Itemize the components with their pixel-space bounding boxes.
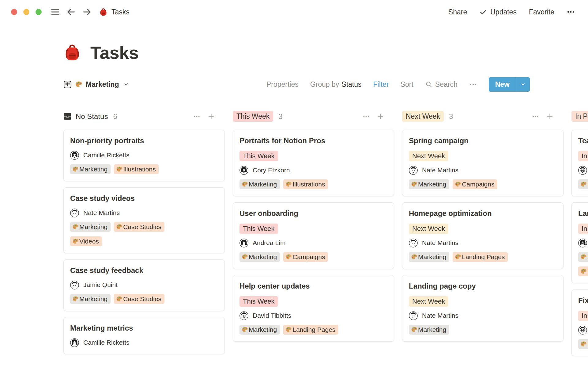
column-label: No Status: [76, 112, 108, 121]
card-tags-row: MarketingIllustrations: [239, 179, 387, 189]
task-card[interactable]: Case study feedbackJamie QuintMarketingC…: [63, 259, 225, 311]
task-card[interactable]: Non-priority portraitsCamille RickettsMa…: [63, 130, 225, 181]
add-card-icon[interactable]: [377, 113, 384, 120]
more-options-icon[interactable]: [567, 8, 575, 16]
add-card-icon[interactable]: [208, 113, 215, 120]
view-switcher[interactable]: Marketing: [63, 80, 129, 89]
group-by-value: Status: [341, 80, 361, 88]
column-header: This Week3: [233, 111, 394, 122]
new-dropdown-button[interactable]: [516, 77, 530, 92]
window-titlebar: Tasks Share Updates Favorite: [0, 0, 588, 24]
status-badge: Next Week: [409, 151, 448, 161]
card-status-row: In P: [578, 311, 588, 321]
card-tags-row: M: [578, 339, 588, 349]
assignee: Camille Ricketts: [70, 338, 218, 347]
tag: Case Studies: [114, 222, 164, 232]
tag: Marketing: [239, 325, 280, 335]
palette-icon: [580, 181, 587, 187]
task-card[interactable]: Portraits for Notion ProsThis WeekCory E…: [233, 130, 394, 196]
close-window-button[interactable]: [11, 9, 17, 15]
view-name: Marketing: [86, 80, 119, 89]
column-header: No Status6: [63, 111, 225, 122]
column-more-icon[interactable]: [363, 113, 370, 120]
tag: Marketing: [409, 252, 449, 262]
assignee-avatar: [70, 151, 79, 160]
task-card[interactable]: Landing page copyNext WeekNate MartinsMa…: [402, 275, 564, 342]
tag: Marketing: [70, 164, 111, 174]
new-button[interactable]: New: [489, 77, 530, 92]
column-title[interactable]: No Status: [63, 112, 108, 121]
status-badge: Next Week: [409, 224, 448, 234]
column-more-icon[interactable]: [532, 113, 539, 120]
column-controls: [532, 113, 564, 120]
task-card[interactable]: Homepage optimizationNext WeekNate Marti…: [402, 202, 564, 269]
tag-label: Case Studies: [123, 295, 161, 303]
card-title: Marketing metrics: [70, 324, 218, 333]
status-badge: In P: [578, 151, 588, 161]
column-header: Next Week3: [402, 111, 564, 122]
assignee-name: Nate Martins: [83, 209, 120, 217]
palette-icon: [72, 296, 79, 302]
column-cards: Spring campaignNext WeekNate MartinsMark…: [402, 130, 564, 342]
column-cards: Portraits for Notion ProsThis WeekCory E…: [233, 130, 394, 342]
tag: Marketing: [409, 179, 449, 189]
minimize-window-button[interactable]: [23, 9, 29, 15]
view-toolbar: Marketing Properties Group byStatus Filt…: [63, 77, 530, 92]
backpack-icon: [99, 8, 107, 16]
filter-button[interactable]: Filter: [373, 80, 389, 89]
tag-label: Marketing: [418, 326, 446, 333]
task-card[interactable]: Help center updatesThis WeekDavid Tibbit…: [233, 275, 394, 342]
favorite-button[interactable]: Favorite: [529, 8, 554, 16]
column-status-badge[interactable]: In Pr: [571, 111, 588, 122]
view-more-icon[interactable]: [469, 80, 477, 88]
assignee: D: [578, 326, 588, 335]
palette-icon: [455, 181, 461, 187]
forward-arrow-icon[interactable]: [82, 7, 92, 17]
assignee-avatar: [70, 338, 79, 347]
column-status-badge[interactable]: Next Week: [402, 111, 444, 122]
column-controls: [363, 113, 394, 120]
tag-label: Marketing: [79, 223, 107, 231]
tag-label: Marketing: [249, 253, 277, 261]
page-title[interactable]: Tasks: [90, 43, 139, 63]
group-by-button[interactable]: Group byStatus: [310, 80, 362, 89]
assignee-name: Nate Martins: [422, 312, 458, 319]
back-arrow-icon[interactable]: [66, 7, 76, 17]
card-tags-row: MarketingCase Studies: [70, 294, 218, 304]
tag-label: Marketing: [418, 253, 446, 261]
task-card[interactable]: User onboardingThis WeekAndrea LimMarket…: [233, 202, 394, 269]
add-card-icon[interactable]: [546, 113, 554, 120]
task-card[interactable]: Marketing metricsCamille Ricketts: [63, 317, 225, 354]
column-count: 6: [113, 112, 117, 121]
breadcrumb[interactable]: Tasks: [99, 8, 130, 16]
sidebar-menu-icon[interactable]: [50, 7, 60, 17]
maximize-window-button[interactable]: [36, 9, 42, 15]
assignee-name: Camille Ricketts: [83, 339, 130, 346]
task-card[interactable]: LandIn PCML: [571, 202, 588, 283]
column-more-icon[interactable]: [193, 113, 201, 120]
updates-button[interactable]: Updates: [479, 8, 517, 16]
task-card[interactable]: Case study videosNate MartinsMarketingCa…: [63, 187, 225, 253]
task-card[interactable]: Fix sIn PDM: [571, 289, 588, 356]
card-status-row: This Week: [239, 224, 387, 234]
column-status-badge[interactable]: This Week: [233, 111, 273, 122]
search-button[interactable]: Search: [425, 80, 458, 89]
task-card[interactable]: TearIn PDM: [571, 130, 588, 196]
palette-icon: [580, 254, 587, 260]
page-backpack-icon[interactable]: [63, 44, 81, 62]
assignee-name: Camille Ricketts: [83, 151, 130, 159]
tag-label: Campaigns: [462, 181, 494, 188]
properties-button[interactable]: Properties: [266, 80, 299, 89]
task-card[interactable]: Spring campaignNext WeekNate MartinsMark…: [402, 130, 564, 196]
card-status-row: In P: [578, 151, 588, 161]
board-column-no-status: No Status6Non-priority portraitsCamille …: [63, 111, 225, 356]
tag: Landing Pages: [453, 252, 508, 262]
assignee-avatar: [409, 166, 418, 175]
share-button[interactable]: Share: [448, 8, 467, 16]
sort-button[interactable]: Sort: [401, 80, 413, 89]
card-title: Non-priority portraits: [70, 136, 218, 145]
tag: Marketing: [239, 252, 280, 262]
palette-icon: [116, 296, 123, 302]
breadcrumb-title: Tasks: [111, 8, 130, 16]
assignee: Nate Martins: [409, 166, 557, 175]
